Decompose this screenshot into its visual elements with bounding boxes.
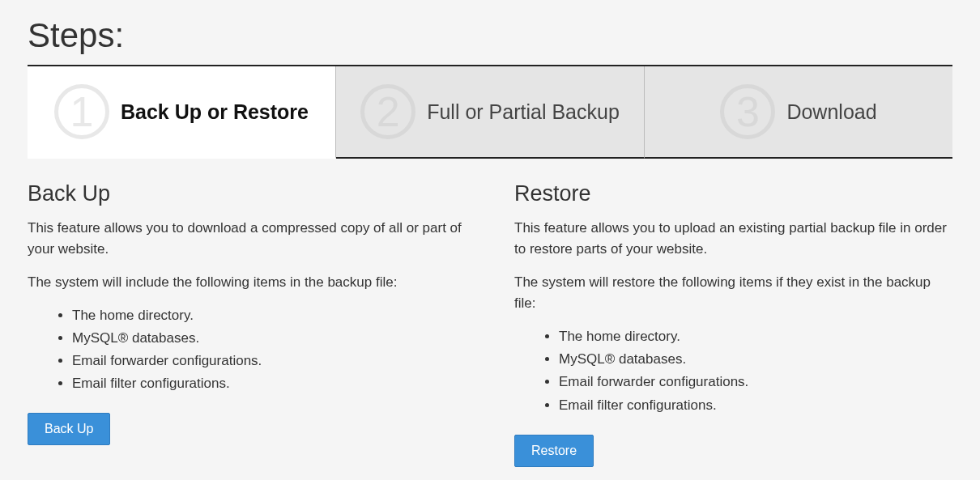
backup-description-1: This feature allows you to download a co… xyxy=(28,218,466,261)
step-label: Full or Partial Backup xyxy=(427,100,620,124)
list-item: Email forwarder configurations. xyxy=(72,350,466,372)
list-item: Email filter configurations. xyxy=(559,394,952,417)
step-number-icon: 3 xyxy=(720,84,775,139)
step-number-icon: 2 xyxy=(360,84,415,139)
list-item: Email forwarder configurations. xyxy=(559,371,952,393)
backup-heading: Back Up xyxy=(28,181,466,206)
step-label: Back Up or Restore xyxy=(121,100,309,124)
content-columns: Back Up This feature allows you to downl… xyxy=(28,181,952,467)
step-number-icon: 1 xyxy=(54,84,109,139)
restore-button[interactable]: Restore xyxy=(514,435,594,467)
step-tab-backup-restore[interactable]: 1 Back Up or Restore xyxy=(28,66,336,159)
step-tab-full-partial[interactable]: 2 Full or Partial Backup xyxy=(336,66,645,159)
backup-description-2: The system will include the following it… xyxy=(28,272,466,293)
list-item: The home directory. xyxy=(559,325,952,348)
list-item: The home directory. xyxy=(72,304,466,327)
backup-button[interactable]: Back Up xyxy=(28,413,110,445)
restore-heading: Restore xyxy=(514,181,952,206)
steps-tabs-wrapper: 1 Back Up or Restore 2 Full or Partial B… xyxy=(28,65,952,159)
step-label: Download xyxy=(786,100,876,124)
restore-description-2: The system will restore the following it… xyxy=(514,272,952,315)
backup-column: Back Up This feature allows you to downl… xyxy=(28,181,466,467)
restore-column: Restore This feature allows you to uploa… xyxy=(514,181,952,467)
list-item: MySQL® databases. xyxy=(72,327,466,350)
list-item: Email filter configurations. xyxy=(72,372,466,395)
page-title: Steps: xyxy=(28,16,952,55)
restore-description-1: This feature allows you to upload an exi… xyxy=(514,218,952,261)
restore-items-list: The home directory. MySQL® databases. Em… xyxy=(559,325,952,416)
step-tab-download[interactable]: 3 Download xyxy=(645,66,952,159)
steps-tabs: 1 Back Up or Restore 2 Full or Partial B… xyxy=(28,66,952,159)
backup-items-list: The home directory. MySQL® databases. Em… xyxy=(72,304,466,395)
list-item: MySQL® databases. xyxy=(559,348,952,371)
